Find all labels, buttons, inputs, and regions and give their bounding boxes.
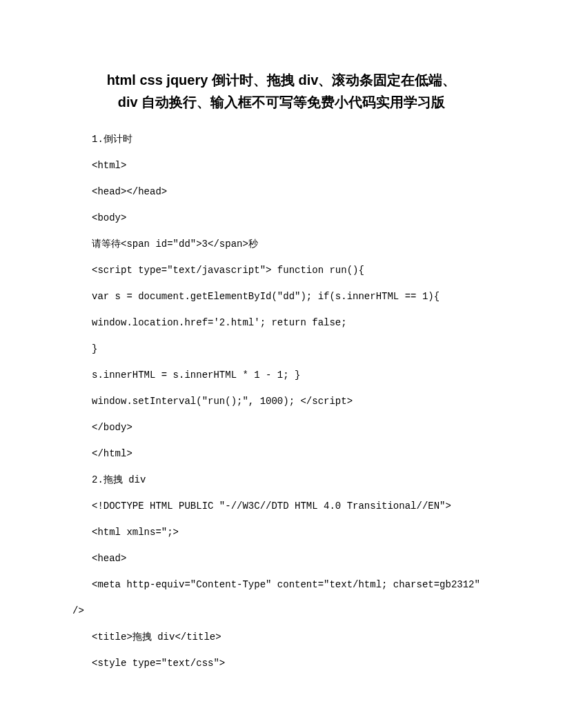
- code-line: </html>: [72, 447, 491, 461]
- code-line: <meta http-equiv="Content-Type" content=…: [72, 578, 491, 592]
- code-line: </body>: [72, 421, 491, 435]
- code-line: <head>: [72, 552, 491, 566]
- code-line: }: [72, 342, 491, 356]
- document-page: html css jquery 倒计时、拖拽 div、滚动条固定在低端、 div…: [0, 0, 563, 724]
- code-line: <head></head>: [72, 185, 491, 199]
- code-line: window.setInterval("run();", 1000); </sc…: [72, 394, 491, 409]
- code-line: <html>: [72, 159, 491, 173]
- code-line: window.location.href='2.html'; return fa…: [72, 316, 491, 330]
- title-line-1: html css jquery 倒计时、拖拽 div、滚动条固定在低端、: [107, 72, 457, 88]
- code-line: <title>拖拽 div</title>: [72, 630, 491, 645]
- code-line: 2.拖拽 div: [72, 473, 491, 487]
- code-line: <body>: [72, 211, 491, 225]
- code-line: var s = document.getElementById("dd"); i…: [72, 290, 491, 304]
- code-line: <!DOCTYPE HTML PUBLIC "-//W3C//DTD HTML …: [72, 499, 491, 514]
- code-line: 请等待<span id="dd">3</span>秒: [72, 237, 491, 252]
- document-title: html css jquery 倒计时、拖拽 div、滚动条固定在低端、 div…: [72, 69, 491, 113]
- code-line: 1.倒计时: [72, 132, 491, 147]
- code-line: />: [72, 604, 491, 618]
- code-line: <style type="text/css">: [72, 656, 491, 671]
- code-line: <html xmlns=";>: [72, 525, 491, 540]
- code-line: s.innerHTML = s.innerHTML * 1 - 1; }: [72, 368, 491, 383]
- title-line-2: div 自动换行、输入框不可写等免费小代码实用学习版: [118, 94, 445, 110]
- code-line: <script type="text/javascript"> function…: [72, 263, 491, 278]
